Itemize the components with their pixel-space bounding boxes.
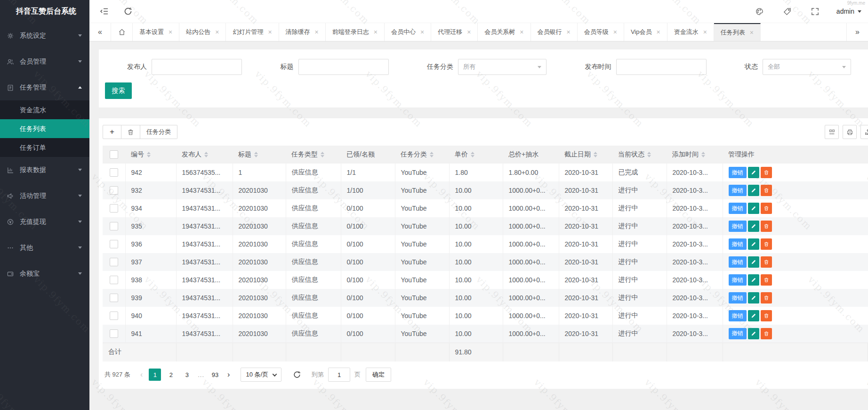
tab-close-icon[interactable]: × bbox=[703, 29, 707, 35]
tabs-overflow-button[interactable]: » bbox=[846, 23, 868, 41]
tab-close-icon[interactable]: × bbox=[268, 29, 272, 35]
edit-button[interactable] bbox=[748, 185, 759, 196]
edit-button[interactable] bbox=[748, 310, 759, 321]
tab-site-announcement[interactable]: 站内公告× bbox=[179, 23, 226, 41]
revoke-button[interactable]: 撤销 bbox=[729, 256, 747, 268]
tab-vip-member[interactable]: Vip会员× bbox=[624, 23, 667, 41]
tab-close-icon[interactable]: × bbox=[467, 29, 471, 35]
revoke-button[interactable]: 撤销 bbox=[729, 310, 747, 321]
row-checkbox[interactable] bbox=[110, 329, 118, 338]
tab-close-icon[interactable]: × bbox=[750, 29, 754, 36]
delete-row-button[interactable] bbox=[761, 256, 772, 268]
refresh-icon[interactable] bbox=[123, 7, 133, 16]
column-header-id[interactable]: 编号 bbox=[125, 146, 176, 164]
sidebar-item-yuebao[interactable]: 余额宝 bbox=[0, 261, 89, 287]
delete-row-button[interactable] bbox=[761, 203, 772, 214]
edit-button[interactable] bbox=[748, 274, 759, 286]
sidebar-subitem-task-list[interactable]: 任务列表 bbox=[0, 119, 89, 138]
sort-icon[interactable] bbox=[430, 152, 434, 157]
tab-fund-flow[interactable]: 资金流水× bbox=[667, 23, 714, 41]
sidebar-item-task-management[interactable]: 任务管理 bbox=[0, 74, 89, 100]
sort-icon[interactable] bbox=[647, 152, 651, 157]
tabs-scroll-left-button[interactable]: « bbox=[89, 23, 111, 41]
reload-table-icon[interactable] bbox=[293, 370, 301, 379]
home-tab[interactable] bbox=[111, 23, 133, 41]
tag-icon[interactable] bbox=[783, 7, 792, 16]
delete-row-button[interactable] bbox=[761, 292, 772, 303]
sidebar-item-activity-management[interactable]: 活动管理 bbox=[0, 183, 89, 209]
row-checkbox[interactable] bbox=[110, 168, 118, 177]
tab-close-icon[interactable]: × bbox=[520, 29, 523, 35]
sidebar-subitem-task-orders[interactable]: 任务订单 bbox=[0, 138, 89, 157]
revoke-button[interactable]: 撤销 bbox=[729, 221, 747, 232]
row-checkbox[interactable] bbox=[110, 294, 118, 302]
columns-toggle-button[interactable] bbox=[825, 125, 839, 139]
select-all-checkbox[interactable] bbox=[110, 150, 118, 159]
publisher-input[interactable] bbox=[152, 59, 242, 75]
fullscreen-icon[interactable] bbox=[811, 7, 820, 16]
sidebar-subitem-fund-flow[interactable]: 资金流水 bbox=[0, 100, 89, 119]
tab-basic-settings[interactable]: 基本设置× bbox=[133, 23, 179, 41]
sidebar-item-system-settings[interactable]: 系统设定 bbox=[0, 23, 89, 49]
revoke-button[interactable]: 撤销 bbox=[729, 238, 747, 250]
column-header-title[interactable]: 标题 bbox=[233, 146, 286, 164]
collapse-sidebar-icon[interactable] bbox=[100, 7, 109, 16]
sort-icon[interactable] bbox=[204, 152, 208, 157]
revoke-button[interactable]: 撤销 bbox=[729, 274, 747, 286]
tab-clear-cache[interactable]: 清除缓存× bbox=[279, 23, 326, 41]
row-checkbox[interactable] bbox=[110, 258, 118, 266]
column-header-publisher[interactable]: 发布人 bbox=[176, 146, 233, 164]
sort-icon[interactable] bbox=[147, 152, 151, 157]
tab-task-list[interactable]: 任务列表× bbox=[714, 23, 761, 41]
edit-button[interactable] bbox=[748, 292, 759, 303]
delete-row-button[interactable] bbox=[761, 238, 772, 250]
task-category-select[interactable]: 所有 bbox=[458, 59, 547, 75]
tab-close-icon[interactable]: × bbox=[656, 29, 660, 35]
page-2[interactable]: 2 bbox=[165, 369, 177, 381]
tab-close-icon[interactable]: × bbox=[169, 29, 172, 35]
row-checkbox[interactable] bbox=[110, 204, 118, 213]
column-header-task_type[interactable]: 任务类型 bbox=[286, 146, 341, 164]
delete-row-button[interactable] bbox=[761, 221, 772, 232]
row-checkbox[interactable] bbox=[110, 240, 118, 248]
sort-icon[interactable] bbox=[254, 152, 258, 157]
tab-frontend-login-log[interactable]: 前端登录日志× bbox=[326, 23, 385, 41]
page-3[interactable]: 3 bbox=[181, 369, 193, 381]
revoke-button[interactable]: 撤销 bbox=[729, 167, 747, 178]
edit-button[interactable] bbox=[748, 238, 759, 250]
page-93[interactable]: 93 bbox=[209, 369, 221, 381]
tab-member-center[interactable]: 会员中心× bbox=[385, 23, 431, 41]
tab-close-icon[interactable]: × bbox=[567, 29, 571, 35]
tab-close-icon[interactable]: × bbox=[420, 29, 424, 35]
next-page-button[interactable]: › bbox=[227, 370, 230, 379]
page-size-select[interactable]: 10 条/页 bbox=[241, 368, 281, 382]
page-1[interactable]: 1 bbox=[149, 369, 161, 381]
delete-row-button[interactable] bbox=[761, 310, 772, 321]
tab-close-icon[interactable]: × bbox=[315, 29, 319, 35]
tab-close-icon[interactable]: × bbox=[374, 29, 378, 35]
sort-icon[interactable] bbox=[321, 152, 324, 157]
edit-button[interactable] bbox=[748, 328, 759, 339]
task-category-button[interactable]: 任务分类 bbox=[140, 125, 177, 139]
revoke-button[interactable]: 撤销 bbox=[729, 203, 747, 214]
status-select[interactable]: 全部 bbox=[763, 59, 851, 75]
sidebar-item-recharge-withdraw[interactable]: 充值提现 bbox=[0, 209, 89, 235]
column-header-category[interactable]: 任务分类 bbox=[395, 146, 449, 164]
edit-button[interactable] bbox=[748, 221, 759, 232]
delete-row-button[interactable] bbox=[761, 328, 772, 339]
prev-page-button[interactable]: ‹ bbox=[140, 370, 143, 379]
row-checkbox[interactable] bbox=[110, 186, 118, 195]
confirm-button[interactable]: 确定 bbox=[366, 368, 391, 382]
batch-delete-button[interactable] bbox=[121, 125, 140, 139]
tab-member-bank[interactable]: 会员银行× bbox=[531, 23, 578, 41]
row-checkbox[interactable] bbox=[110, 222, 118, 230]
tab-close-icon[interactable]: × bbox=[613, 29, 617, 35]
tab-close-icon[interactable]: × bbox=[215, 29, 219, 35]
delete-row-button[interactable] bbox=[761, 185, 772, 196]
tab-member-relation-tree[interactable]: 会员关系树× bbox=[478, 23, 530, 41]
revoke-button[interactable]: 撤销 bbox=[729, 328, 747, 339]
edit-button[interactable] bbox=[748, 167, 759, 178]
column-header-price[interactable]: 单价 bbox=[449, 146, 503, 164]
sort-icon[interactable] bbox=[471, 152, 474, 157]
edit-button[interactable] bbox=[748, 256, 759, 268]
